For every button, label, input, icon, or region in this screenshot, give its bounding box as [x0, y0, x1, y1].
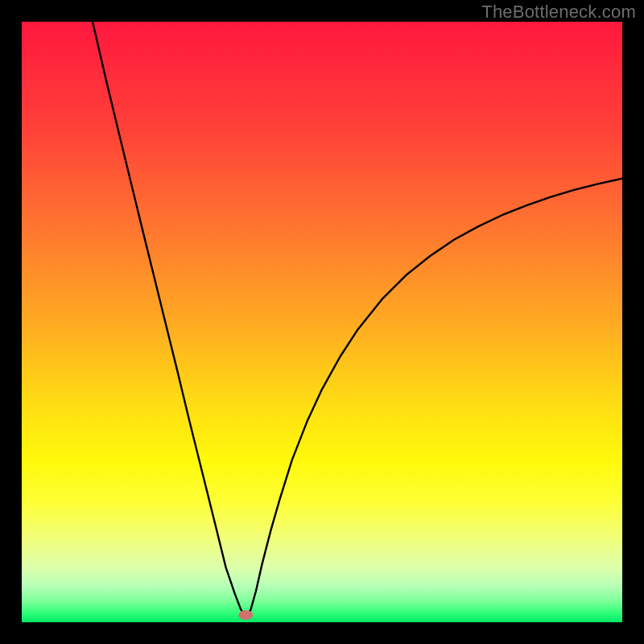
gradient-background — [22, 22, 622, 622]
plot-area — [22, 22, 622, 622]
chart-frame: TheBottleneck.com — [0, 0, 644, 644]
watermark-label: TheBottleneck.com — [481, 2, 636, 23]
notch-marker — [238, 610, 253, 620]
plot-svg — [22, 22, 622, 622]
